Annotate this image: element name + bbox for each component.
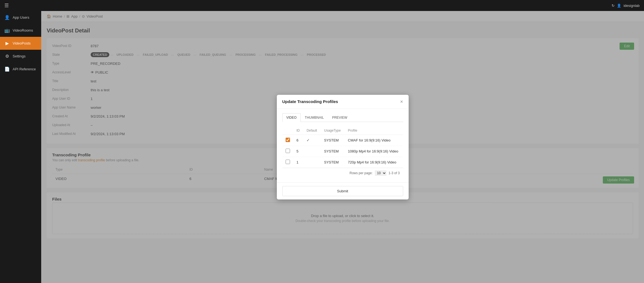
settings-icon: ⚙ (4, 54, 10, 59)
sidebar-item-videoposts[interactable]: ▶ VideoPosts (0, 37, 41, 50)
modal-tab-bar: VIDEO THUMBNAIL PREVIEW (282, 113, 403, 122)
table-row: 5 SYSTEM 1080p Mp4 for 16:9(9:16) Video (282, 146, 403, 157)
modal-title: Update Transcoding Profiles (282, 99, 338, 104)
app-users-icon: 👤 (4, 15, 10, 20)
modal-row2-checkbox-cell[interactable] (282, 146, 293, 157)
modal-row2-usagetype: SYSTEM (321, 146, 345, 157)
rows-per-page-select[interactable]: 10 25 50 (375, 170, 386, 176)
modal-col-checkbox (282, 126, 293, 135)
modal-pagination: Rows per page: 10 25 50 1-3 of 3 (282, 168, 403, 178)
modal-col-profile: Profile (345, 126, 403, 135)
sidebar-item-api-reference[interactable]: 📄 API Reference (0, 63, 41, 76)
modal-row3-checkbox-cell[interactable] (282, 157, 293, 168)
sidebar-label-settings: Settings (13, 54, 26, 58)
menu-icon[interactable]: ☰ (4, 2, 9, 9)
videorooms-icon: 📺 (4, 28, 10, 33)
modal-col-id: ID (293, 126, 303, 135)
modal-header: Update Transcoding Profiles × (277, 95, 409, 109)
table-row: 6 ✓ SYSTEM CMAF for 16:9(9:16) Video (282, 135, 403, 146)
sidebar-item-videorooms[interactable]: 📺 VideoRooms (0, 24, 41, 37)
tab-preview[interactable]: PREVIEW (328, 113, 351, 122)
modal-backdrop: Update Transcoding Profiles × VIDEO THUM… (41, 11, 644, 283)
modal-dialog: Update Transcoding Profiles × VIDEO THUM… (277, 95, 409, 199)
sidebar: 👤 App Users 📺 VideoRooms ▶ VideoPosts ⚙ … (0, 11, 41, 283)
modal-footer: Submit (277, 182, 409, 199)
modal-row1-checkbox[interactable] (286, 138, 290, 142)
modal-row3-profile: 720p Mp4 for 16:9(9:16) Video (345, 157, 403, 168)
videoposts-icon: ▶ (4, 41, 10, 46)
modal-row1-usagetype: SYSTEM (321, 135, 345, 146)
modal-row2-profile: 1080p Mp4 for 16:9(9:16) Video (345, 146, 403, 157)
modal-row2-default (303, 146, 321, 157)
sidebar-item-settings[interactable]: ⚙ Settings (0, 50, 41, 63)
api-reference-icon: 📄 (4, 66, 10, 72)
modal-row3-id: 1 (293, 157, 303, 168)
refresh-icon[interactable]: ↻ (612, 4, 615, 8)
modal-row1-checkbox-cell[interactable] (282, 135, 293, 146)
topbar: ☰ ↻ 👤 idesignlab (0, 0, 644, 11)
modal-row1-default: ✓ (303, 135, 321, 146)
modal-row3-checkbox[interactable] (286, 160, 290, 164)
sidebar-label-app-users: App Users (13, 15, 29, 20)
modal-col-usagetype: UsageType (321, 126, 345, 135)
modal-body: VIDEO THUMBNAIL PREVIEW ID Default Usage… (277, 109, 409, 182)
main-content: 🏠 Home / ⊞ App / ⊙ VideoPost VideoPost D… (41, 11, 644, 283)
sidebar-label-videorooms: VideoRooms (13, 28, 33, 32)
submit-button[interactable]: Submit (282, 186, 403, 196)
username-label: idesignlab (623, 4, 640, 8)
modal-row3-usagetype: SYSTEM (321, 157, 345, 168)
sidebar-label-api-reference: API Reference (13, 67, 36, 71)
modal-table: ID Default UsageType Profile (282, 126, 403, 168)
modal-col-default: Default (303, 126, 321, 135)
tab-video[interactable]: VIDEO (282, 113, 301, 122)
modal-row1-profile: CMAF for 16:9(9:16) Video (345, 135, 403, 146)
sidebar-item-app-users[interactable]: 👤 App Users (0, 11, 41, 24)
modal-row2-checkbox[interactable] (286, 149, 290, 153)
table-row: 1 SYSTEM 720p Mp4 for 16:9(9:16) Video (282, 157, 403, 168)
sidebar-label-videoposts: VideoPosts (13, 41, 31, 45)
modal-close-button[interactable]: × (400, 99, 403, 104)
pagination-range: 1-3 of 3 (389, 171, 400, 175)
modal-row2-id: 5 (293, 146, 303, 157)
modal-row1-id: 6 (293, 135, 303, 146)
modal-row3-default (303, 157, 321, 168)
tab-thumbnail[interactable]: THUMBNAIL (301, 113, 328, 122)
rows-per-page-label: Rows per page: (350, 171, 373, 175)
user-icon: 👤 (617, 4, 621, 8)
